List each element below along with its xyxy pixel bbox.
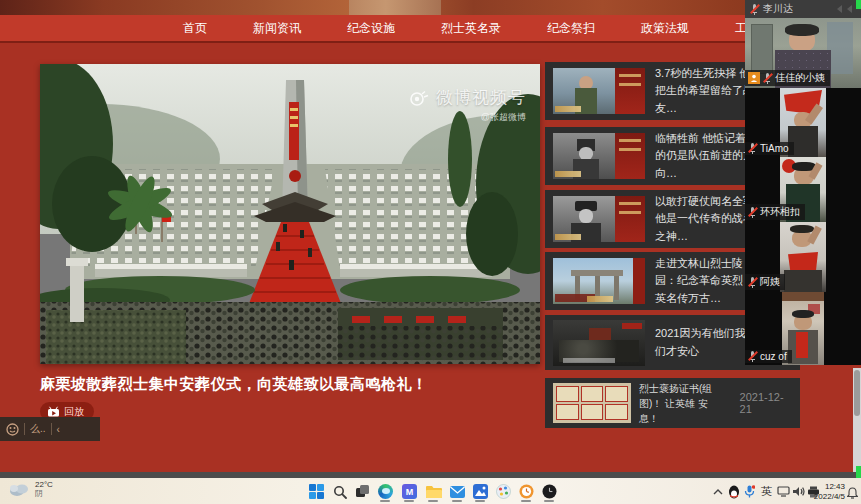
alarm-app-icon[interactable] <box>518 483 535 500</box>
toolbar-divider <box>51 423 52 435</box>
participant-tile-2[interactable]: TiAmo <box>745 88 861 157</box>
volume-icon[interactable] <box>791 484 806 499</box>
cloud-icon <box>8 482 30 497</box>
start-button[interactable] <box>308 483 325 500</box>
nav-item-memorial-facilities[interactable]: 纪念设施 <box>324 15 418 41</box>
mic-muted-icon <box>748 143 757 154</box>
main-navbar: 首页 新闻资讯 纪念设施 烈士英名录 纪念祭扫 政策法规 工作动态 视频直播 <box>0 15 861 41</box>
emoji-reaction-icon[interactable] <box>6 423 19 436</box>
playlist-title: 2021因为有他们我们才安心 <box>655 325 755 359</box>
participant-label: 阿姨 <box>745 274 785 290</box>
task-view-icon[interactable] <box>354 483 371 500</box>
mic-muted-icon <box>763 73 772 84</box>
ime-label: 英 <box>761 484 772 499</box>
toolbar-divider <box>24 423 25 435</box>
participant-label: 佳佳的小姨 <box>745 70 830 86</box>
participant-name: 环环相扣 <box>760 205 800 219</box>
nav-item-policies[interactable]: 政策法规 <box>618 15 712 41</box>
weibo-eye-icon <box>408 90 430 106</box>
notification-bell-icon[interactable] <box>845 485 860 500</box>
scrollbar-thumb[interactable] <box>854 370 860 416</box>
weather-temp: 22°C <box>35 480 53 489</box>
nav-item-news[interactable]: 新闻资讯 <box>230 15 324 41</box>
meeting-float-toolbar[interactable]: 么.. ‹ <box>0 417 100 441</box>
photos-icon[interactable] <box>472 483 489 500</box>
meeting-app-icon[interactable]: M <box>401 483 418 500</box>
meeting-panel: 李川达 佳佳的小姨 <box>745 0 861 365</box>
playlist-title: 临牺牲前 他惦记着的仍是队伍前进的方向… <box>655 130 755 181</box>
watermark: 微博视频号 @张超微博 <box>408 86 526 124</box>
participant-name: 李川达 <box>763 2 830 16</box>
camera-off-icon <box>834 4 856 14</box>
tray-chevron-icon[interactable] <box>710 484 725 499</box>
participant-name: 阿姨 <box>760 275 780 289</box>
nav-item-martyr-roll[interactable]: 烈士英名录 <box>418 15 524 41</box>
certificates-thumbnail <box>553 383 631 423</box>
participant-name: TiAmo <box>760 143 789 154</box>
nav-item-home[interactable]: 首页 <box>160 15 230 41</box>
participant-name: 佳佳的小姨 <box>775 71 825 85</box>
weather-desc: 阴 <box>35 489 53 498</box>
file-explorer-icon[interactable] <box>425 483 442 500</box>
playlist-thumbnail <box>553 258 645 304</box>
vertical-scrollbar[interactable] <box>853 368 861 472</box>
video-player[interactable]: 微博视频号 @张超微博 <box>40 64 540 364</box>
taskbar-clock[interactable]: 12:43 2022/4/5 <box>814 482 845 503</box>
navbar-divider <box>0 41 861 43</box>
mic-muted-icon <box>748 207 757 218</box>
mic-muted-icon <box>748 351 757 362</box>
tv-icon <box>47 406 60 417</box>
playlist-item-6[interactable]: 烈士褒扬证书(组图)！ 让英雄 安息！ 2021-12-21 <box>545 378 800 428</box>
watermark-handle: @张超微博 <box>408 111 526 124</box>
banner-artwork <box>349 0 441 15</box>
playlist-thumbnail <box>553 196 645 242</box>
voice-call-icon[interactable] <box>742 484 757 499</box>
qq-icon[interactable] <box>726 484 741 499</box>
playlist-thumbnail <box>553 320 645 366</box>
ime-indicator[interactable]: 英 <box>759 484 774 499</box>
toolbar-glyphs[interactable]: 么.. <box>30 422 46 436</box>
weather-widget[interactable]: 22°C 阴 <box>8 480 53 498</box>
playlist-date: 2021-12-21 <box>740 391 792 415</box>
network-icon[interactable] <box>776 484 791 499</box>
collapse-chevron-icon[interactable]: ‹ <box>57 424 60 435</box>
clock-time: 12:43 <box>814 482 845 492</box>
participant-tile-3[interactable]: 环环相扣 <box>745 157 861 222</box>
clock-date: 2022/4/5 <box>814 492 845 502</box>
participant-name: cuz of <box>760 351 787 362</box>
participant-label: 环环相扣 <box>745 204 805 220</box>
screen-share-border <box>856 0 861 9</box>
presenter-icon <box>748 72 760 84</box>
playlist-thumbnail <box>553 68 645 114</box>
screen-share-border <box>856 466 861 478</box>
participant-label: TiAmo <box>745 142 794 155</box>
participant-tile-1[interactable]: 佳佳的小姨 <box>745 18 861 88</box>
mic-muted-icon <box>748 277 757 288</box>
participant-tile-5[interactable]: cuz of <box>745 292 861 365</box>
screen: 首页 新闻资讯 纪念设施 烈士英名录 纪念祭扫 政策法规 工作动态 视频直播 <box>0 0 861 504</box>
mic-muted-icon <box>750 4 759 15</box>
watermark-title: 微博视频号 <box>436 86 526 109</box>
playlist-title: 3.7秒的生死抉择 他把生的希望留给了战友… <box>655 65 755 116</box>
playlist-title: 以敢打硬仗闻名全军 他是一代传奇的战斗之神… <box>655 193 755 244</box>
paint-icon[interactable] <box>495 483 512 500</box>
edge-icon[interactable] <box>377 483 394 500</box>
search-icon[interactable] <box>331 483 348 500</box>
playlist-thumbnail <box>553 133 645 179</box>
nav-item-memorial-sweep[interactable]: 纪念祭扫 <box>524 15 618 41</box>
meeting-header[interactable]: 李川达 <box>745 0 861 18</box>
clock-app-icon[interactable] <box>541 483 558 500</box>
playlist-title: 烈士褒扬证书(组图)！ 让英雄 安息！ <box>639 381 728 426</box>
playlist-title: 走进文林山烈士陵园：纪念革命英烈 英名传万古… <box>655 255 755 306</box>
video-caption: 麻栗坡散葬烈士集中安葬仪式，向英雄致以最高鸣枪礼！ <box>40 375 560 394</box>
participant-label: cuz of <box>745 350 792 363</box>
participant-tile-4[interactable]: 阿姨 <box>745 222 861 292</box>
mail-icon[interactable] <box>449 483 466 500</box>
